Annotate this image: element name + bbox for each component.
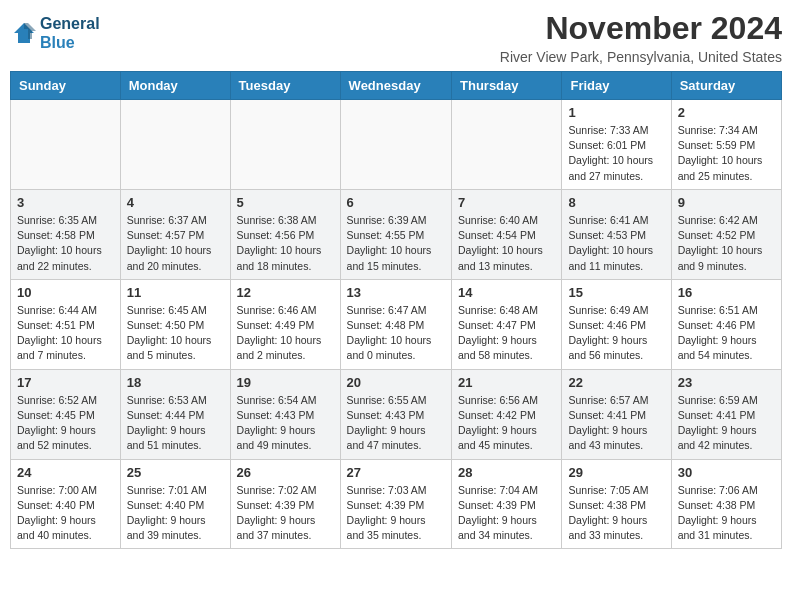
calendar-cell: 30Sunrise: 7:06 AMSunset: 4:38 PMDayligh… xyxy=(671,459,781,549)
day-number: 29 xyxy=(568,465,664,480)
day-number: 6 xyxy=(347,195,445,210)
day-number: 3 xyxy=(17,195,114,210)
day-info: Sunrise: 6:55 AMSunset: 4:43 PMDaylight:… xyxy=(347,393,445,454)
calendar-cell xyxy=(11,100,121,190)
day-number: 7 xyxy=(458,195,555,210)
calendar-cell: 16Sunrise: 6:51 AMSunset: 4:46 PMDayligh… xyxy=(671,279,781,369)
day-number: 22 xyxy=(568,375,664,390)
day-info: Sunrise: 7:02 AMSunset: 4:39 PMDaylight:… xyxy=(237,483,334,544)
day-info: Sunrise: 6:37 AMSunset: 4:57 PMDaylight:… xyxy=(127,213,224,274)
calendar-cell: 22Sunrise: 6:57 AMSunset: 4:41 PMDayligh… xyxy=(562,369,671,459)
calendar-cell: 26Sunrise: 7:02 AMSunset: 4:39 PMDayligh… xyxy=(230,459,340,549)
day-number: 9 xyxy=(678,195,775,210)
day-info: Sunrise: 6:57 AMSunset: 4:41 PMDaylight:… xyxy=(568,393,664,454)
day-number: 28 xyxy=(458,465,555,480)
calendar-cell: 11Sunrise: 6:45 AMSunset: 4:50 PMDayligh… xyxy=(120,279,230,369)
logo-icon xyxy=(10,19,38,47)
day-info: Sunrise: 7:06 AMSunset: 4:38 PMDaylight:… xyxy=(678,483,775,544)
logo: General Blue xyxy=(10,14,100,52)
calendar: SundayMondayTuesdayWednesdayThursdayFrid… xyxy=(10,71,782,549)
day-info: Sunrise: 6:35 AMSunset: 4:58 PMDaylight:… xyxy=(17,213,114,274)
day-number: 19 xyxy=(237,375,334,390)
week-row-3: 10Sunrise: 6:44 AMSunset: 4:51 PMDayligh… xyxy=(11,279,782,369)
day-number: 20 xyxy=(347,375,445,390)
day-number: 21 xyxy=(458,375,555,390)
dow-monday: Monday xyxy=(120,72,230,100)
calendar-cell: 17Sunrise: 6:52 AMSunset: 4:45 PMDayligh… xyxy=(11,369,121,459)
calendar-cell xyxy=(340,100,451,190)
day-number: 2 xyxy=(678,105,775,120)
week-row-2: 3Sunrise: 6:35 AMSunset: 4:58 PMDaylight… xyxy=(11,189,782,279)
dow-tuesday: Tuesday xyxy=(230,72,340,100)
day-number: 5 xyxy=(237,195,334,210)
day-info: Sunrise: 6:45 AMSunset: 4:50 PMDaylight:… xyxy=(127,303,224,364)
day-number: 12 xyxy=(237,285,334,300)
calendar-cell: 14Sunrise: 6:48 AMSunset: 4:47 PMDayligh… xyxy=(452,279,562,369)
day-number: 13 xyxy=(347,285,445,300)
day-info: Sunrise: 7:03 AMSunset: 4:39 PMDaylight:… xyxy=(347,483,445,544)
calendar-cell: 6Sunrise: 6:39 AMSunset: 4:55 PMDaylight… xyxy=(340,189,451,279)
day-info: Sunrise: 6:46 AMSunset: 4:49 PMDaylight:… xyxy=(237,303,334,364)
location: River View Park, Pennsylvania, United St… xyxy=(500,49,782,65)
day-number: 14 xyxy=(458,285,555,300)
day-info: Sunrise: 6:42 AMSunset: 4:52 PMDaylight:… xyxy=(678,213,775,274)
calendar-cell: 3Sunrise: 6:35 AMSunset: 4:58 PMDaylight… xyxy=(11,189,121,279)
day-number: 17 xyxy=(17,375,114,390)
day-info: Sunrise: 6:41 AMSunset: 4:53 PMDaylight:… xyxy=(568,213,664,274)
day-info: Sunrise: 6:54 AMSunset: 4:43 PMDaylight:… xyxy=(237,393,334,454)
dow-saturday: Saturday xyxy=(671,72,781,100)
calendar-cell: 18Sunrise: 6:53 AMSunset: 4:44 PMDayligh… xyxy=(120,369,230,459)
week-row-5: 24Sunrise: 7:00 AMSunset: 4:40 PMDayligh… xyxy=(11,459,782,549)
calendar-cell: 1Sunrise: 7:33 AMSunset: 6:01 PMDaylight… xyxy=(562,100,671,190)
logo-text: General Blue xyxy=(40,14,100,52)
calendar-cell: 25Sunrise: 7:01 AMSunset: 4:40 PMDayligh… xyxy=(120,459,230,549)
day-info: Sunrise: 7:05 AMSunset: 4:38 PMDaylight:… xyxy=(568,483,664,544)
calendar-cell: 19Sunrise: 6:54 AMSunset: 4:43 PMDayligh… xyxy=(230,369,340,459)
calendar-cell: 24Sunrise: 7:00 AMSunset: 4:40 PMDayligh… xyxy=(11,459,121,549)
day-number: 24 xyxy=(17,465,114,480)
calendar-cell: 7Sunrise: 6:40 AMSunset: 4:54 PMDaylight… xyxy=(452,189,562,279)
day-number: 23 xyxy=(678,375,775,390)
calendar-cell: 8Sunrise: 6:41 AMSunset: 4:53 PMDaylight… xyxy=(562,189,671,279)
days-of-week-header: SundayMondayTuesdayWednesdayThursdayFrid… xyxy=(11,72,782,100)
calendar-cell: 9Sunrise: 6:42 AMSunset: 4:52 PMDaylight… xyxy=(671,189,781,279)
day-number: 8 xyxy=(568,195,664,210)
calendar-cell: 5Sunrise: 6:38 AMSunset: 4:56 PMDaylight… xyxy=(230,189,340,279)
day-info: Sunrise: 6:48 AMSunset: 4:47 PMDaylight:… xyxy=(458,303,555,364)
dow-wednesday: Wednesday xyxy=(340,72,451,100)
day-number: 10 xyxy=(17,285,114,300)
calendar-cell: 21Sunrise: 6:56 AMSunset: 4:42 PMDayligh… xyxy=(452,369,562,459)
day-number: 11 xyxy=(127,285,224,300)
day-number: 25 xyxy=(127,465,224,480)
day-info: Sunrise: 6:56 AMSunset: 4:42 PMDaylight:… xyxy=(458,393,555,454)
calendar-cell: 28Sunrise: 7:04 AMSunset: 4:39 PMDayligh… xyxy=(452,459,562,549)
day-info: Sunrise: 6:38 AMSunset: 4:56 PMDaylight:… xyxy=(237,213,334,274)
calendar-cell: 15Sunrise: 6:49 AMSunset: 4:46 PMDayligh… xyxy=(562,279,671,369)
day-info: Sunrise: 6:40 AMSunset: 4:54 PMDaylight:… xyxy=(458,213,555,274)
day-info: Sunrise: 6:44 AMSunset: 4:51 PMDaylight:… xyxy=(17,303,114,364)
dow-thursday: Thursday xyxy=(452,72,562,100)
dow-friday: Friday xyxy=(562,72,671,100)
day-info: Sunrise: 7:04 AMSunset: 4:39 PMDaylight:… xyxy=(458,483,555,544)
day-info: Sunrise: 6:59 AMSunset: 4:41 PMDaylight:… xyxy=(678,393,775,454)
day-info: Sunrise: 7:33 AMSunset: 6:01 PMDaylight:… xyxy=(568,123,664,184)
dow-sunday: Sunday xyxy=(11,72,121,100)
title-area: November 2024 River View Park, Pennsylva… xyxy=(500,10,782,65)
calendar-cell: 4Sunrise: 6:37 AMSunset: 4:57 PMDaylight… xyxy=(120,189,230,279)
day-number: 27 xyxy=(347,465,445,480)
day-info: Sunrise: 6:39 AMSunset: 4:55 PMDaylight:… xyxy=(347,213,445,274)
calendar-cell xyxy=(452,100,562,190)
day-info: Sunrise: 6:52 AMSunset: 4:45 PMDaylight:… xyxy=(17,393,114,454)
day-number: 4 xyxy=(127,195,224,210)
day-info: Sunrise: 7:01 AMSunset: 4:40 PMDaylight:… xyxy=(127,483,224,544)
day-info: Sunrise: 7:34 AMSunset: 5:59 PMDaylight:… xyxy=(678,123,775,184)
month-title: November 2024 xyxy=(500,10,782,47)
calendar-cell: 2Sunrise: 7:34 AMSunset: 5:59 PMDaylight… xyxy=(671,100,781,190)
day-info: Sunrise: 6:53 AMSunset: 4:44 PMDaylight:… xyxy=(127,393,224,454)
calendar-cell xyxy=(120,100,230,190)
day-number: 1 xyxy=(568,105,664,120)
calendar-cell: 29Sunrise: 7:05 AMSunset: 4:38 PMDayligh… xyxy=(562,459,671,549)
calendar-cell xyxy=(230,100,340,190)
day-info: Sunrise: 6:49 AMSunset: 4:46 PMDaylight:… xyxy=(568,303,664,364)
day-number: 30 xyxy=(678,465,775,480)
